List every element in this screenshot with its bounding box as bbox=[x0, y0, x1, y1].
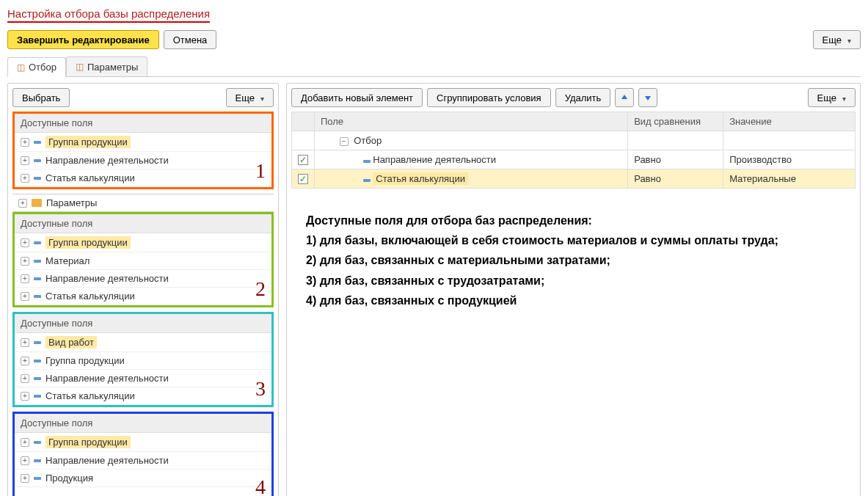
field-icon bbox=[34, 341, 41, 344]
chevron-expand-icon[interactable]: + bbox=[21, 156, 29, 165]
chevron-expand-icon[interactable]: + bbox=[21, 357, 29, 365]
field-icon bbox=[34, 141, 41, 144]
field-icon bbox=[34, 441, 41, 444]
select-button[interactable]: Выбрать bbox=[12, 88, 70, 107]
explanation-block: Доступные поля для отбора баз распределе… bbox=[291, 203, 856, 318]
field-label: Продукция bbox=[45, 473, 93, 484]
tree-row[interactable]: + Вид работ bbox=[15, 333, 271, 352]
tree-row[interactable]: + Продукция bbox=[15, 470, 271, 487]
tab-params-label: Параметры bbox=[87, 62, 138, 73]
left-panel: Выбрать Еще Доступные поля + Группа прод… bbox=[7, 83, 279, 496]
field-icon bbox=[34, 277, 41, 280]
checkbox-icon[interactable]: ✓ bbox=[298, 155, 308, 165]
field-label: Статья калькуляции bbox=[45, 291, 135, 302]
chevron-expand-icon[interactable]: + bbox=[21, 138, 29, 147]
more-button-label: Еще bbox=[823, 34, 842, 45]
explanation-item: 3) для баз, связанных с трудозатратами; bbox=[306, 271, 841, 291]
col-compare: Вид сравнения bbox=[628, 112, 723, 131]
group-number: 1 bbox=[255, 159, 266, 183]
chevron-expand-icon[interactable]: + bbox=[21, 292, 29, 301]
tree-row[interactable]: + Материал bbox=[15, 252, 271, 270]
group-header: Доступные поля bbox=[15, 214, 271, 233]
tree-row[interactable]: + Направление деятельности bbox=[15, 452, 271, 470]
field-label: Группа продукции bbox=[45, 236, 131, 249]
filter-root-row[interactable]: − Отбор bbox=[292, 131, 856, 150]
tree-row[interactable]: + Направление деятельности bbox=[15, 270, 271, 288]
filter-table: Поле Вид сравнения Значение − Отбор bbox=[291, 112, 856, 189]
right-panel: Добавить новый элемент Сгруппировать усл… bbox=[286, 83, 861, 496]
filter-field: Статья калькуляции bbox=[373, 172, 468, 185]
finish-edit-button[interactable]: Завершить редактирование bbox=[7, 30, 159, 49]
tab-selection-label: Отбор bbox=[29, 62, 56, 73]
params-label: Параметры bbox=[46, 197, 97, 208]
tree-row[interactable]: + Статья калькуляции bbox=[15, 169, 271, 187]
filter-row[interactable]: ✓ Статья калькуляции Равно Материальные bbox=[292, 169, 856, 189]
top-toolbar: Завершить редактирование Отмена Еще bbox=[7, 30, 861, 49]
field-label: Группа продукции bbox=[45, 355, 125, 366]
tree-row[interactable]: + Статья калькуляции bbox=[15, 387, 271, 405]
chevron-expand-icon[interactable]: + bbox=[21, 238, 29, 247]
filter-row[interactable]: ✓ Направление деятельности Равно Произво… bbox=[292, 150, 856, 169]
chevron-expand-icon[interactable]: + bbox=[21, 438, 29, 447]
explanation-item: 4) для баз, связанных с продукцией bbox=[306, 291, 841, 310]
more-button-top[interactable]: Еще bbox=[813, 30, 861, 49]
filter-root-label: Отбор bbox=[354, 135, 382, 146]
tree-row[interactable]: + Группа продукции bbox=[15, 133, 271, 152]
checkbox-icon[interactable]: ✓ bbox=[298, 174, 308, 184]
group-header: Доступные поля bbox=[15, 314, 271, 333]
tab-params[interactable]: ◫ Параметры bbox=[66, 56, 147, 76]
field-icon bbox=[363, 160, 371, 163]
explanation-heading: Доступные поля для отбора баз распределе… bbox=[306, 211, 841, 230]
group-box-3: Доступные поля + Вид работ + Группа прод… bbox=[12, 312, 274, 407]
field-icon bbox=[34, 260, 41, 263]
delete-button[interactable]: Удалить bbox=[555, 88, 611, 107]
tabs: ◫ Отбор ◫ Параметры bbox=[7, 56, 861, 77]
chevron-expand-icon[interactable]: + bbox=[21, 392, 29, 401]
field-label: Направление деятельности bbox=[45, 455, 169, 466]
chevron-expand-icon[interactable]: + bbox=[21, 257, 29, 266]
group-number: 4 bbox=[255, 475, 266, 496]
cancel-button[interactable]: Отмена bbox=[164, 30, 217, 49]
more-button-right[interactable]: Еще bbox=[808, 88, 856, 107]
add-element-button[interactable]: Добавить новый элемент bbox=[291, 88, 423, 107]
explanation-item: 1) для базы, включающей в себя стоимость… bbox=[306, 230, 841, 250]
arrow-up-icon bbox=[620, 93, 629, 102]
chevron-collapse-icon[interactable]: − bbox=[340, 137, 349, 146]
more-button-left[interactable]: Еще bbox=[226, 88, 274, 107]
tree-row[interactable]: + Направление деятельности bbox=[15, 370, 271, 387]
more-left-label: Еще bbox=[236, 92, 255, 103]
chevron-expand-icon[interactable]: + bbox=[21, 174, 29, 183]
group-conditions-button[interactable]: Сгруппировать условия bbox=[427, 88, 551, 107]
filter-field: Направление деятельности bbox=[373, 154, 496, 165]
chevron-expand-icon[interactable]: + bbox=[21, 374, 29, 383]
more-right-label: Еще bbox=[817, 92, 836, 103]
tree-row[interactable]: + Статья калькуляции bbox=[15, 288, 271, 305]
tree-row[interactable]: + Группа продукции bbox=[15, 433, 271, 452]
group-header: Доступные поля bbox=[15, 114, 271, 133]
field-label: Группа продукции bbox=[45, 436, 131, 448]
move-up-button[interactable] bbox=[615, 88, 634, 107]
field-icon bbox=[34, 377, 41, 380]
field-icon bbox=[34, 360, 41, 362]
group-box-1: Доступные поля + Группа продукции + Напр… bbox=[12, 112, 274, 189]
tab-selection[interactable]: ◫ Отбор bbox=[7, 57, 66, 77]
chevron-expand-icon[interactable]: + bbox=[21, 474, 29, 483]
field-icon bbox=[34, 159, 41, 162]
field-icon bbox=[34, 395, 41, 398]
tree-row[interactable]: + Группа продукции bbox=[15, 233, 271, 252]
chevron-expand-icon[interactable]: + bbox=[18, 199, 27, 208]
field-label: Статья калькуляции bbox=[45, 172, 135, 183]
folder-icon bbox=[32, 199, 42, 207]
chevron-expand-icon[interactable]: + bbox=[21, 274, 29, 283]
group-number: 2 bbox=[255, 277, 266, 301]
tree-row[interactable]: + Группа продукции bbox=[15, 352, 271, 370]
params-row[interactable]: + Параметры bbox=[12, 194, 274, 212]
chevron-expand-icon[interactable]: + bbox=[21, 456, 29, 465]
tree-row[interactable]: + Направление деятельности bbox=[15, 152, 271, 169]
chevron-expand-icon[interactable]: + bbox=[21, 338, 29, 347]
filter-icon: ◫ bbox=[17, 62, 25, 73]
field-label: Группа продукции bbox=[45, 136, 131, 148]
field-label: Направление деятельности bbox=[45, 373, 169, 384]
page-title: Настройка отбора базы распределения bbox=[7, 7, 210, 23]
move-down-button[interactable] bbox=[638, 88, 657, 107]
